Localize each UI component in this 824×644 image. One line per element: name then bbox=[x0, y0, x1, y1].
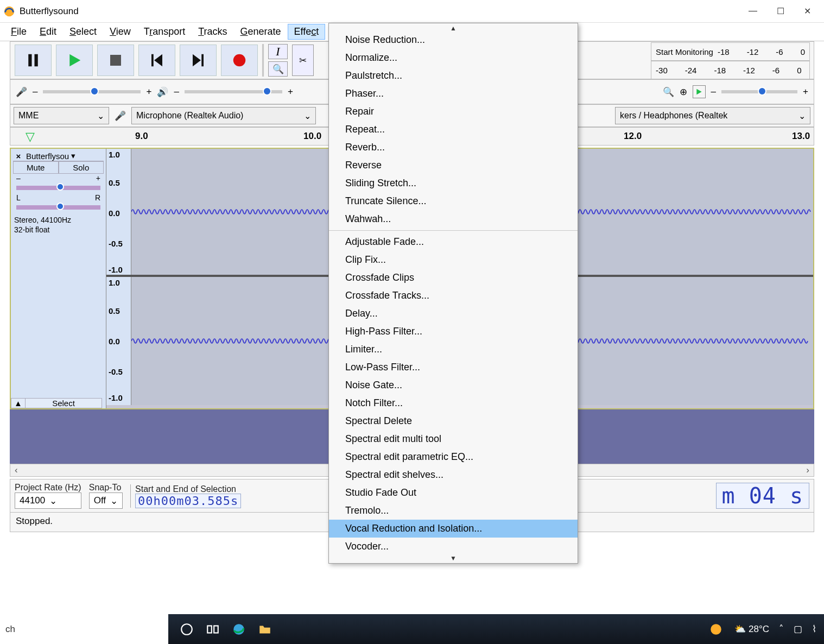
battery-icon[interactable]: ▢ bbox=[794, 623, 802, 635]
taskbar-search-input[interactable]: ch bbox=[0, 614, 168, 644]
play-at-speed-button[interactable] bbox=[693, 85, 706, 98]
effect-menu-item[interactable]: Adjustable Fade... bbox=[329, 233, 578, 251]
audacity-taskbar-icon[interactable] bbox=[708, 622, 724, 637]
track-close-button[interactable]: × bbox=[13, 151, 24, 161]
effect-menu-item[interactable]: Reverb... bbox=[329, 138, 578, 156]
cortana-icon[interactable] bbox=[179, 622, 194, 637]
playhead-icon[interactable]: ▽ bbox=[26, 130, 35, 144]
effect-menu-item[interactable]: Normalize... bbox=[329, 49, 578, 67]
menu-file[interactable]: File bbox=[4, 24, 33, 40]
pause-button[interactable] bbox=[15, 45, 52, 76]
tray-chevron-icon[interactable]: ˄ bbox=[779, 623, 784, 635]
recording-volume-slider[interactable] bbox=[43, 90, 141, 93]
effect-menu-item[interactable]: Spectral edit parametric EQ... bbox=[329, 448, 578, 466]
effect-menu-item[interactable]: Limiter... bbox=[329, 340, 578, 358]
effect-menu-item[interactable]: Crossfade Clips bbox=[329, 269, 578, 287]
wifi-icon[interactable]: ⌇ bbox=[812, 623, 816, 635]
svg-point-7 bbox=[181, 624, 192, 635]
effect-menu-item[interactable]: Sliding Stretch... bbox=[329, 174, 578, 192]
task-view-icon[interactable] bbox=[205, 622, 220, 637]
zoom-in-icon[interactable]: ⊕ bbox=[680, 86, 687, 98]
zoom-fit-icon[interactable]: 🔍 bbox=[663, 86, 674, 98]
effect-menu-item[interactable]: Crossfade Tracks... bbox=[329, 287, 578, 305]
track-menu-chevron-icon[interactable]: ▾ bbox=[71, 151, 75, 161]
scroll-left-icon[interactable]: ‹ bbox=[15, 465, 18, 476]
track-format-label: Stereo, 44100Hz bbox=[14, 215, 103, 225]
playback-volume-slider[interactable] bbox=[185, 90, 282, 93]
menu-tracks[interactable]: Tracks bbox=[192, 24, 233, 40]
mic-icon: 🎤 bbox=[16, 86, 27, 98]
menu-edit[interactable]: Edit bbox=[33, 24, 63, 40]
svg-point-6 bbox=[233, 54, 246, 67]
solo-button[interactable]: Solo bbox=[59, 161, 104, 174]
recording-device-combo[interactable]: Microphone (Realtek Audio)⌄ bbox=[131, 107, 316, 124]
audio-position-field[interactable]: m 04 s bbox=[716, 483, 810, 509]
maximize-button[interactable]: ☐ bbox=[777, 6, 784, 16]
ibeam-tool-button[interactable]: I bbox=[268, 44, 288, 59]
track-bitdepth-label: 32-bit float bbox=[14, 225, 103, 235]
track-pan-slider[interactable] bbox=[16, 205, 100, 210]
record-button[interactable] bbox=[221, 45, 258, 76]
stop-button[interactable] bbox=[97, 45, 134, 76]
effect-menu-item[interactable]: Spectral edit multi tool bbox=[329, 430, 578, 448]
menu-scroll-down-icon[interactable]: ▼ bbox=[329, 555, 578, 561]
effect-menu-item[interactable]: Spectral Delete bbox=[329, 412, 578, 430]
windows-taskbar: ch ⛅ 28°C ˄ ▢ ⌇ bbox=[0, 614, 824, 644]
selection-start-field[interactable]: 00h00m03.585s bbox=[135, 494, 241, 508]
snap-to-combo[interactable]: Off⌄ bbox=[89, 493, 123, 509]
effect-menu-item[interactable]: Truncate Silence... bbox=[329, 192, 578, 210]
meters: Start Monitoring -18 -12 -6 0 -30 -24 -1… bbox=[651, 42, 810, 79]
close-button[interactable]: ✕ bbox=[804, 6, 811, 16]
effect-menu-item[interactable]: Notch Filter... bbox=[329, 394, 578, 412]
menu-generate[interactable]: Generate bbox=[234, 24, 288, 40]
track-select-button[interactable]: ▲Select bbox=[11, 398, 102, 408]
effect-menu-item[interactable]: Clip Fix... bbox=[329, 251, 578, 269]
play-button[interactable] bbox=[56, 45, 93, 76]
track-name-label[interactable]: Butterflysou bbox=[26, 151, 69, 161]
cut-tool-button[interactable]: ✂ bbox=[292, 45, 314, 76]
start-monitoring-label[interactable]: Start Monitoring bbox=[656, 47, 713, 56]
effect-menu-item[interactable]: Vocoder... bbox=[329, 538, 578, 555]
minimize-button[interactable]: — bbox=[749, 6, 757, 16]
svg-rect-2 bbox=[35, 54, 38, 67]
effect-menu-item[interactable]: High-Pass Filter... bbox=[329, 323, 578, 340]
amplitude-scale: 1.0 0.5 0.0 -0.5 -1.0 bbox=[106, 277, 131, 405]
edge-icon[interactable] bbox=[231, 622, 246, 637]
effect-menu-item[interactable]: Delay... bbox=[329, 305, 578, 323]
menu-effect[interactable]: Effect bbox=[288, 24, 326, 40]
effect-menu-item[interactable]: Reverse bbox=[329, 156, 578, 174]
effect-menu-item[interactable]: Low-Pass Filter... bbox=[329, 358, 578, 376]
file-explorer-icon[interactable] bbox=[257, 622, 272, 637]
svg-rect-8 bbox=[207, 626, 212, 633]
menu-view[interactable]: View bbox=[103, 24, 137, 40]
effect-menu-item[interactable]: Paulstretch... bbox=[329, 67, 578, 85]
track-gain-slider[interactable] bbox=[16, 186, 100, 190]
audio-host-combo[interactable]: MME⌄ bbox=[14, 107, 109, 124]
effect-menu-item[interactable]: Repair bbox=[329, 103, 578, 121]
weather-widget[interactable]: ⛅ 28°C bbox=[734, 623, 769, 635]
effect-menu-item[interactable]: Phaser... bbox=[329, 85, 578, 103]
effect-menu-item[interactable]: Wahwah... bbox=[329, 210, 578, 228]
selection-range-label: Start and End of Selection bbox=[135, 484, 241, 494]
skip-start-button[interactable] bbox=[138, 45, 175, 76]
playback-speed-slider[interactable] bbox=[721, 90, 797, 93]
effect-menu-item[interactable]: Repeat... bbox=[329, 121, 578, 138]
effect-menu-item[interactable]: Studio Fade Out bbox=[329, 484, 578, 502]
scroll-right-icon[interactable]: › bbox=[806, 465, 809, 476]
effect-menu-item[interactable]: Tremolo... bbox=[329, 502, 578, 520]
effect-menu-item[interactable]: Vocal Reduction and Isolation... bbox=[329, 520, 578, 538]
effect-menu-dropdown: ▲ Noise Reduction...Normalize...Paulstre… bbox=[328, 23, 578, 564]
effect-menu-item[interactable]: Noise Reduction... bbox=[329, 31, 578, 49]
project-rate-combo[interactable]: 44100⌄ bbox=[15, 493, 81, 509]
playback-device-combo[interactable]: kers / Headphones (Realtek⌄ bbox=[615, 107, 810, 124]
effect-menu-item[interactable]: Noise Gate... bbox=[329, 376, 578, 394]
skip-end-button[interactable] bbox=[180, 45, 217, 76]
zoom-tool-button[interactable]: 🔍 bbox=[268, 61, 288, 77]
menu-transport[interactable]: Transport bbox=[137, 24, 192, 40]
menu-scroll-up-icon[interactable]: ▲ bbox=[329, 26, 578, 31]
menu-select[interactable]: Select bbox=[63, 24, 103, 40]
effect-menu-item[interactable]: Spectral edit shelves... bbox=[329, 466, 578, 484]
track-control-panel: × Butterflysou ▾ Mute Solo –+ LR Stereo,… bbox=[11, 149, 106, 408]
mute-button[interactable]: Mute bbox=[13, 161, 59, 174]
svg-rect-5 bbox=[201, 54, 204, 67]
